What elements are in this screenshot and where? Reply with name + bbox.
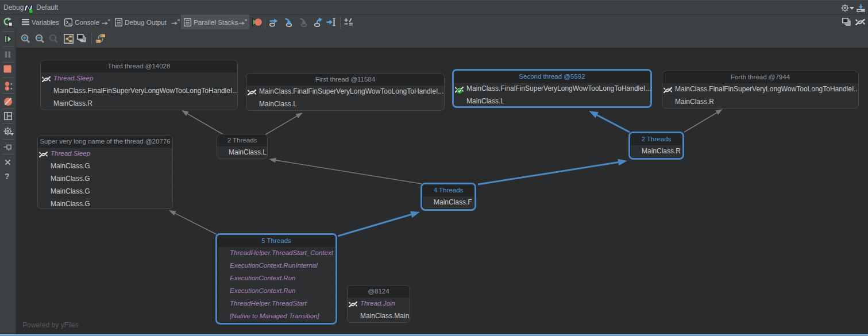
svg-text:1:1: 1:1 [51, 36, 56, 40]
